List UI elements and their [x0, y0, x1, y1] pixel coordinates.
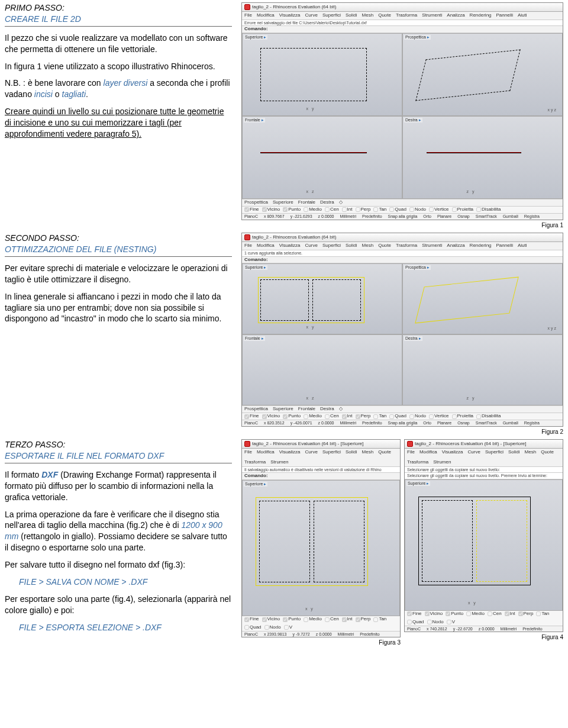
step3-p3: Per salvare tutto il disegno nel formato… [5, 559, 232, 571]
step1-label: PRIMO PASSO: [5, 2, 232, 14]
fig4-caption: Figura 4 [404, 633, 563, 642]
step2-label: SECONDO PASSO: [5, 233, 232, 244]
menu-path-export: FILE > ESPORTA SELEZIONE > .DXF [19, 622, 232, 633]
rhino-logo-icon [244, 4, 250, 10]
step2-text: SECONDO PASSO: OTTIMIZZAZIONE DEL FILE (… [5, 233, 241, 436]
step2-p2: In linea generale si affiancano i pezzi … [5, 291, 232, 325]
rhino-screenshot-4: taglio_2 - Rhinoceros Evaluation (64 bit… [404, 439, 563, 632]
step3-p4: Per esportare solo una parte (fig.4), se… [5, 594, 232, 616]
rhino-screenshot-3: taglio_2 - Rhinoceros Evaluation (64 bit… [241, 439, 401, 637]
step1-p2: N.B. : è bene lavorare con layer diversi… [5, 78, 232, 100]
step2-p1: Per evitare sprechi di materiale e veloc… [5, 263, 232, 285]
fig3-caption: Figura 3 [241, 639, 401, 647]
fig1-caption: Figura 1 [241, 221, 563, 230]
rhino-screenshot-1: taglio_2 - Rhinoceros Evaluation (64 bit… [241, 2, 563, 220]
step3-subtitle: ESPORTARE IL FILE NEL FORMATO DXF [5, 450, 232, 462]
step2-subtitle: OTTIMIZZAZIONE DEL FILE (NESTING) [5, 244, 232, 255]
step1-subtitle: CREARE IL FILE 2D [5, 14, 232, 25]
step1-p3: Creare quindi un livello su cui posizion… [5, 106, 232, 140]
fig2-caption: Figura 2 [241, 428, 563, 436]
rhino-logo-icon [244, 441, 250, 447]
rhino-screenshot-2: taglio_2 - Rhinoceros Evaluation (64 bit… [241, 233, 563, 427]
step1-p1b: In figura 1 viene utilizzato a scopo ill… [5, 61, 232, 72]
step1-text: PRIMO PASSO: CREARE IL FILE 2D Il pezzo … [5, 2, 241, 229]
rhino-logo-icon [407, 441, 413, 447]
rhino-logo-icon [244, 234, 250, 240]
step3-text: TERZO PASSO: ESPORTARE IL FILE NEL FORMA… [5, 439, 241, 647]
step3-p1: Il formato DXF (Drawing Exchange Format)… [5, 469, 232, 503]
rhino-menubar: FileModificaVisualizzaCurveSuperficiSoli… [242, 12, 563, 20]
step1-p1a: Il pezzo che si vuole realizzare va mode… [5, 33, 232, 55]
step3-label: TERZO PASSO: [5, 439, 232, 450]
step3-p2: La prima operazione da fare è verificare… [5, 509, 232, 554]
menu-path-save: FILE > SALVA CON NOME > .DXF [19, 576, 232, 588]
